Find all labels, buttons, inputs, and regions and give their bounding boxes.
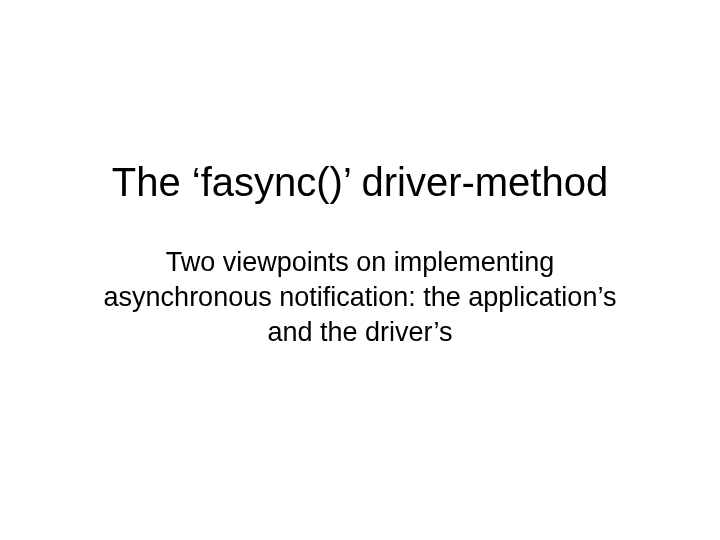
slide-subtitle: Two viewpoints on implementing asynchron… bbox=[100, 245, 620, 350]
slide-title: The ‘fasync()’ driver-method bbox=[112, 160, 608, 205]
